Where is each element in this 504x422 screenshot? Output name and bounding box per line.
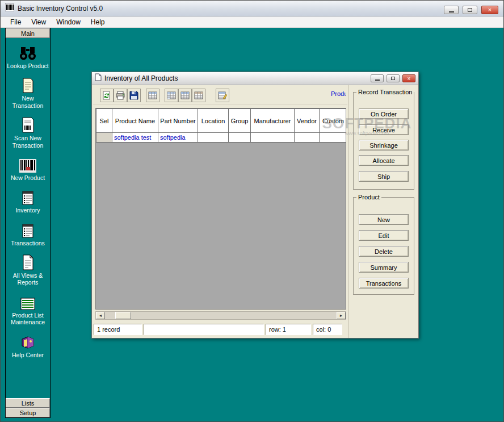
book-icon (20, 334, 36, 350)
group-title: Record Transaction (356, 89, 414, 95)
cell-custom[interactable] (320, 133, 347, 143)
status-message (144, 324, 264, 335)
column-header-vendor[interactable]: Vendor (295, 109, 320, 133)
close-icon: × (408, 76, 411, 82)
column-header-group[interactable]: Group (229, 109, 251, 133)
titlebar: Basic Inventory Control v5.0 × (1, 1, 503, 16)
sidebar-item-scan-new-transaction[interactable]: Scan New Transaction (6, 117, 49, 149)
minimize-button[interactable] (444, 6, 459, 14)
minimize-icon (449, 11, 454, 12)
view-3-button[interactable] (192, 89, 205, 102)
sidebar-item-inventory[interactable]: Inventory (6, 189, 49, 214)
column-header-location[interactable]: Location (198, 109, 229, 133)
row-selector-cell[interactable] (96, 133, 112, 143)
sidebar-item-lookup-product[interactable]: Lookup Product (6, 45, 49, 69)
product-group: Product New Edit Delete Summary Transact… (353, 197, 414, 295)
menu-file[interactable]: File (5, 17, 26, 27)
column-header-part-number[interactable]: Part Number (158, 109, 198, 133)
printer-icon (116, 91, 125, 100)
sidebar-item-label: All Views & Reports (6, 272, 49, 286)
scroll-right-button[interactable]: ► (337, 312, 346, 319)
cell-product-name[interactable]: softpedia test (112, 133, 158, 143)
refresh-button[interactable] (100, 89, 114, 102)
child-close-button[interactable]: × (402, 74, 415, 82)
products-table: Sel Product Name Part Number Location Gr… (96, 108, 346, 143)
ship-button[interactable]: Ship (359, 171, 409, 182)
inventory-window-controls: × (371, 74, 415, 82)
table-row[interactable]: softpedia test softpedia (96, 133, 347, 143)
view-2-button[interactable] (178, 89, 192, 102)
notepad-icon (22, 222, 34, 238)
cell-part-number[interactable]: softpedia (158, 133, 198, 143)
sidebar-item-label: Lookup Product (7, 62, 49, 69)
scrollbar-thumb[interactable] (115, 312, 131, 319)
allocate-button[interactable]: Allocate (359, 155, 409, 166)
summary-button[interactable]: Summary (359, 262, 409, 273)
save-button[interactable] (127, 89, 141, 102)
sidebar-item-label: New Product (11, 174, 45, 181)
table-icon (180, 91, 190, 99)
maximize-icon (391, 77, 395, 80)
cell-group[interactable] (229, 133, 251, 143)
table-edit-icon (218, 91, 227, 99)
cell-vendor[interactable] (295, 133, 320, 143)
child-minimize-button[interactable] (371, 74, 384, 82)
refresh-icon (102, 91, 111, 100)
grid-view-button[interactable] (146, 89, 159, 102)
sidebar-tab-lists[interactable]: Lists (6, 398, 50, 408)
close-button[interactable]: × (481, 6, 498, 14)
maximize-icon (468, 8, 472, 12)
sidebar-tab-main[interactable]: Main (6, 28, 50, 38)
transactions-button[interactable]: Transactions (359, 278, 409, 289)
scan-document-icon (21, 117, 35, 133)
sidebar-item-new-product[interactable]: New Product (6, 157, 49, 181)
edit-view-button[interactable] (216, 89, 229, 102)
record-transaction-group: Record Transaction On Order Receive Shri… (353, 92, 414, 190)
document-icon (95, 73, 102, 83)
cell-location[interactable] (198, 133, 229, 143)
action-panel: Record Transaction On Order Receive Shri… (348, 85, 418, 338)
toolbar (93, 86, 347, 105)
on-order-button[interactable]: On Order (359, 108, 409, 119)
sidebar-item-label: Transactions (11, 240, 45, 246)
sidebar-item-transactions[interactable]: Transactions (6, 222, 49, 246)
column-header-sel[interactable]: Sel (96, 109, 112, 133)
app-icon (5, 3, 14, 14)
barcode-icon (19, 157, 36, 173)
maximize-button[interactable] (463, 6, 477, 14)
sidebar-tab-setup[interactable]: Setup (6, 408, 50, 417)
inventory-window-body: Produ Sel Product Name Part Number Locat… (92, 85, 418, 338)
sidebar-item-product-list-maintenance[interactable]: Product List Maintenance (6, 294, 49, 326)
new-button[interactable]: New (359, 214, 409, 225)
menu-view[interactable]: View (26, 17, 51, 27)
status-row-indicator: row: 1 (266, 324, 311, 335)
edit-button[interactable]: Edit (359, 230, 409, 241)
scrollbar-track[interactable] (105, 312, 115, 319)
sidebar-item-new-transaction[interactable]: New Transaction (6, 77, 49, 109)
column-header-manufacturer[interactable]: Manufacturer (251, 109, 295, 133)
menu-window[interactable]: Window (51, 17, 86, 27)
sidebar-item-help-center[interactable]: Help Center (6, 334, 49, 358)
sidebar-item-label: Inventory (15, 207, 40, 214)
column-header-product-name[interactable]: Product Name (112, 109, 158, 133)
sidebar-bottom-tabs: Lists Setup (6, 398, 50, 417)
product-link[interactable]: Produ (331, 90, 346, 97)
horizontal-scrollbar: ◄ ► (95, 311, 346, 320)
shrinkage-button[interactable]: Shrinkage (359, 140, 409, 151)
scroll-left-button[interactable]: ◄ (96, 312, 105, 319)
print-button[interactable] (114, 89, 127, 102)
sidebar-item-all-views-reports[interactable]: All Views & Reports (6, 254, 49, 286)
window-title: Basic Inventory Control v5.0 (18, 5, 103, 12)
view-1-button[interactable] (165, 89, 178, 102)
cell-manufacturer[interactable] (251, 133, 295, 143)
app-window: Basic Inventory Control v5.0 × File View… (0, 0, 504, 422)
receive-button[interactable]: Receive (359, 124, 409, 135)
child-maximize-button[interactable] (387, 74, 400, 82)
scrollbar-track[interactable] (131, 312, 337, 319)
receipt-icon (22, 77, 34, 93)
table-icon (167, 91, 176, 99)
menu-help[interactable]: Help (86, 17, 110, 27)
group-title: Product (356, 194, 381, 200)
column-header-custom[interactable]: Custom (320, 109, 347, 133)
delete-button[interactable]: Delete (359, 246, 409, 257)
